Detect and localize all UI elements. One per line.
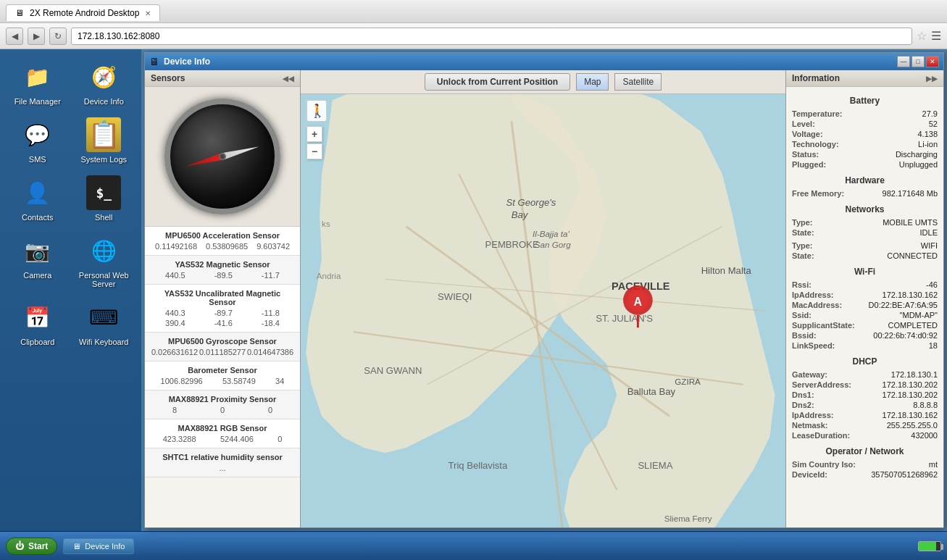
- wifi-supplicant-label: SupplicantState:: [792, 321, 855, 330]
- map-area: Unlock from Current Position Map Satelli…: [301, 70, 785, 527]
- wifi-linkspeed-label: LinkSpeed:: [792, 341, 835, 350]
- svg-text:Triq Bellavista: Triq Bellavista: [449, 460, 508, 471]
- operator-section-title: Operator / Network: [789, 446, 940, 456]
- battery-temperature-label: Temperature:: [792, 109, 842, 118]
- svg-text:SWIEQI: SWIEQI: [438, 291, 472, 302]
- icon-wifi-keyboard[interactable]: ⌨ Wifi Keyboard: [72, 296, 136, 351]
- start-button[interactable]: ⏻ Start: [6, 538, 57, 555]
- dhcp-gateway-value: 172.18.130.1: [891, 370, 938, 379]
- hardware-memory-row: Free Memory: 982.171648 Mb: [789, 188, 940, 198]
- dhcp-dns2-label: Dns2:: [792, 401, 814, 409]
- icon-personal-web[interactable]: 🌐 Personal Web Server: [72, 229, 136, 293]
- unlock-position-btn[interactable]: Unlock from Current Position: [425, 73, 570, 91]
- window-titlebar: 🖥 Device Info — □ ✕: [145, 53, 943, 70]
- icon-device-info[interactable]: 🧭 Device Info: [72, 55, 136, 110]
- sensor-rgb: MAX88921 RGB Sensor 423.3288 5244.406 0: [145, 419, 300, 448]
- taskbar-device-info-item[interactable]: 🖥 Device Info: [63, 538, 134, 554]
- network-state2-label: State:: [792, 251, 814, 260]
- icon-file-manager[interactable]: 📁 File Manager: [6, 55, 70, 110]
- network-state2-value: CONNECTED: [887, 251, 938, 260]
- wifi-supplicant-value: COMPLETED: [888, 321, 938, 330]
- icon-label-shell: Shell: [95, 213, 112, 222]
- icon-clipboard[interactable]: 📅 Clipboard: [6, 296, 70, 351]
- wifi-mac-row: MacAddress: D0:22:BE:A7:6A:95: [789, 300, 940, 310]
- sensors-panel: Sensors ◀◀: [145, 70, 301, 527]
- wifi-ip-label: IpAddress:: [792, 291, 833, 299]
- bookmark-icon[interactable]: ☆: [917, 29, 927, 43]
- address-bar[interactable]: [71, 28, 912, 45]
- battery-voltage-value: 4.138: [917, 130, 938, 138]
- wifi-bssid-row: Bssid: 00:22:6b:74:d0:92: [789, 330, 940, 340]
- desktop-sidebar: 📁 File Manager 🧭 Device Info 💬 SMS 📋 Sys…: [0, 49, 141, 531]
- sensor-uncalibrated-values-2: 390.4 -41.6 -18.4: [151, 319, 294, 327]
- dhcp-ip-value: 172.18.130.162: [883, 411, 938, 419]
- battery-plugged-label: Plugged:: [792, 160, 826, 169]
- sensor-magnetic-name: YAS532 Magnetic Sensor: [151, 260, 294, 269]
- contacts-icon: 👤: [20, 175, 55, 210]
- icon-label-wifi-keyboard: Wifi Keyboard: [79, 338, 128, 346]
- map-container[interactable]: PEMBROKE SAN GWANN ST. JULIAN'S SLIEMA T…: [301, 94, 785, 527]
- svg-text:ks: ks: [322, 219, 330, 228]
- compass-container: [145, 87, 300, 227]
- wifi-rssi-row: Rssi: -46: [789, 280, 940, 290]
- camera-icon: 📷: [20, 233, 55, 268]
- svg-text:Bay: Bay: [512, 209, 529, 220]
- operator-device-value: 357507051268962: [871, 470, 938, 479]
- dhcp-dns1-value: 172.18.130.202: [883, 390, 938, 399]
- icon-system-logs[interactable]: 📋 System Logs: [72, 113, 136, 168]
- browser-tab[interactable]: 🖥 2X Remote Android Desktop ✕: [6, 4, 160, 21]
- wifi-mac-value: D0:22:BE:A7:6A:95: [869, 301, 938, 309]
- icon-shell[interactable]: $_ Shell: [72, 171, 136, 226]
- zoom-in-btn[interactable]: +: [306, 126, 322, 142]
- wifi-ip-value: 172.18.130.162: [883, 291, 938, 299]
- info-scroll[interactable]: Battery Temperature: 27.9 Level: 52 Volt…: [786, 87, 943, 527]
- zoom-out-btn[interactable]: −: [306, 143, 322, 159]
- icon-camera[interactable]: 📷 Camera: [6, 229, 70, 293]
- operator-sim-label: Sim Country Iso:: [792, 460, 856, 469]
- battery-level-label: Level:: [792, 120, 815, 128]
- wifi-supplicant-row: SupplicantState: COMPLETED: [789, 320, 940, 330]
- refresh-btn[interactable]: ↻: [49, 28, 67, 45]
- start-power-icon: ⏻: [15, 541, 24, 551]
- dhcp-server-value: 172.18.130.202: [883, 380, 938, 389]
- wifi-ip-row: IpAddress: 172.18.130.162: [789, 290, 940, 300]
- icon-contacts[interactable]: 👤 Contacts: [6, 171, 70, 226]
- wifi-keyboard-icon: ⌨: [86, 300, 121, 335]
- dhcp-dns1-row: Dns1: 172.18.130.202: [789, 390, 940, 400]
- dhcp-gateway-row: Gateway: 172.18.130.1: [789, 369, 940, 380]
- battery-fill: [919, 542, 936, 551]
- svg-text:Hilton Malta: Hilton Malta: [701, 265, 752, 276]
- sms-icon: 💬: [20, 117, 55, 152]
- sensors-panel-header: Sensors ◀◀: [145, 70, 300, 87]
- sensors-collapse-btn[interactable]: ◀◀: [283, 75, 294, 83]
- svg-text:Sliema Ferry: Sliema Ferry: [664, 514, 712, 523]
- maximize-btn[interactable]: □: [911, 56, 925, 67]
- map-toolbar: Unlock from Current Position Map Satelli…: [301, 70, 785, 94]
- back-btn[interactable]: ◀: [6, 28, 23, 45]
- battery-plugged-row: Plugged: Unplugged: [789, 159, 940, 170]
- dhcp-netmask-label: Netmask:: [792, 421, 828, 430]
- device-info-window: 🖥 Device Info — □ ✕ Sensors ◀◀: [144, 52, 944, 528]
- map-view-btn[interactable]: Map: [576, 73, 609, 91]
- icon-sms[interactable]: 💬 SMS: [6, 113, 70, 168]
- sensor-gyroscope: MPU6500 Gyroscope Sensor 0.026631612 0.0…: [145, 333, 300, 362]
- wifi-linkspeed-value: 18: [929, 341, 938, 350]
- tab-close-btn[interactable]: ✕: [145, 9, 151, 17]
- satellite-view-btn[interactable]: Satellite: [614, 73, 662, 91]
- info-expand-btn[interactable]: ▶▶: [926, 75, 938, 83]
- svg-text:A: A: [634, 296, 643, 308]
- sensors-list[interactable]: MPU6500 Acceleration Sensor 0.11492168 0…: [145, 227, 300, 527]
- icon-label-contacts: Contacts: [22, 213, 53, 222]
- svg-text:PEMBROKE: PEMBROKE: [485, 239, 539, 250]
- menu-icon[interactable]: ☰: [931, 29, 941, 43]
- operator-sim-value: mt: [929, 460, 938, 469]
- svg-text:SLIEMA: SLIEMA: [638, 460, 672, 471]
- minimize-btn[interactable]: —: [897, 56, 910, 67]
- forward-btn[interactable]: ▶: [28, 28, 45, 45]
- battery-voltage-label: Voltage:: [792, 130, 823, 138]
- sensor-humidity: SHTC1 relative humidity sensor ...: [145, 448, 300, 477]
- close-btn[interactable]: ✕: [926, 56, 939, 67]
- dhcp-dns2-value: 8.8.8.8: [913, 401, 938, 409]
- file-manager-icon: 📁: [20, 59, 55, 94]
- battery-technology-label: Technology:: [792, 140, 839, 149]
